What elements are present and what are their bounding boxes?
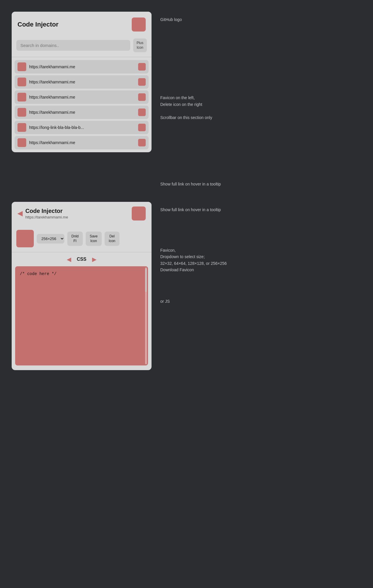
annotation-hover2: Show full link on hover in a tooltip <box>160 205 227 213</box>
favicon-section: 256×256 32×32 64×64 128×128 DnldFI SaveI… <box>12 225 152 252</box>
delete-icon[interactable] <box>138 139 146 146</box>
annotation-favicon-delete: Favicon on the left,Delete icon on the r… <box>160 93 221 121</box>
list-item[interactable]: https://long-link-bla-bla-bla-b... <box>15 121 149 134</box>
favicon-icon <box>17 138 26 147</box>
code-content[interactable]: /* code here */ <box>20 272 57 276</box>
favicon-icon <box>17 62 26 71</box>
panel2-header-left: ◀ Code Injector https://tarekhammami.me <box>17 208 68 219</box>
panel2-title-block: Code Injector https://tarekhammami.me <box>25 208 68 219</box>
panel2-header: ◀ Code Injector https://tarekhammami.me <box>12 202 152 225</box>
delete-icon[interactable] <box>138 78 146 86</box>
list-item[interactable]: https://tarekhammami.me <box>15 60 149 74</box>
code-scrollbar-thumb <box>145 269 147 292</box>
domain-url: https://tarekhammami.me <box>29 140 135 145</box>
save-icon-button[interactable]: SaveIcon <box>86 232 102 246</box>
annotation-github: GitHub logo <box>160 15 221 23</box>
favicon-icon <box>17 93 26 102</box>
domain-list[interactable]: https://tarekhammami.me https://tarekham… <box>12 57 152 152</box>
github-logo-icon <box>132 18 146 32</box>
download-favicon-button[interactable]: DnldFI <box>67 232 83 246</box>
panel2: ◀ Code Injector https://tarekhammami.me … <box>12 202 152 370</box>
annotation-favicon2: Favicon,Dropdown to select size;32×32, 6… <box>160 245 227 273</box>
delete-icon[interactable] <box>138 63 146 71</box>
code-type-nav: ◀ CSS ▶ <box>12 252 152 266</box>
panel1: Code Injector PlusIcon https://tarekhamm… <box>12 12 152 152</box>
list-item[interactable]: https://tarekhammami.me <box>15 90 149 104</box>
domain-url: https://tarekhammami.me <box>29 64 135 69</box>
search-input[interactable] <box>16 40 130 51</box>
page-wrapper: Code Injector PlusIcon https://tarekhamm… <box>12 12 373 370</box>
list-item[interactable]: https://tarekhammami.me <box>15 136 149 149</box>
panel1-row: Code Injector PlusIcon https://tarekhamm… <box>12 12 373 187</box>
favicon-preview <box>16 230 34 247</box>
panel1-annotations: GitHub logo Favicon on the left,Delete i… <box>160 12 221 187</box>
domain-url: https://tarekhammami.me <box>29 95 135 99</box>
list-item[interactable]: https://tarekhammami.me <box>15 106 149 119</box>
panel2-subtitle: https://tarekhammami.me <box>25 215 68 219</box>
favicon-icon <box>17 123 26 132</box>
domain-url: https://long-link-bla-bla-bla-b... <box>29 125 135 130</box>
code-type-prev-button[interactable]: ◀ <box>67 256 71 263</box>
panel2-annotations: Show full link on hover in a tooltip Fav… <box>160 202 227 304</box>
code-editor[interactable]: /* code here */ <box>15 266 148 365</box>
code-type-label: CSS <box>77 257 87 262</box>
domain-url: https://tarekhammami.me <box>29 80 135 84</box>
panel2-favicon-icon <box>132 206 146 220</box>
code-type-next-button[interactable]: ▶ <box>92 256 96 263</box>
del-icon-button[interactable]: DelIcon <box>105 232 119 246</box>
panel2-title: Code Injector <box>25 208 68 214</box>
panel2-row: ◀ Code Injector https://tarekhammami.me … <box>12 202 373 370</box>
plus-button[interactable]: PlusIcon <box>133 38 147 52</box>
delete-icon[interactable] <box>138 124 146 131</box>
annotation-js: or JS <box>160 296 227 304</box>
favicon-icon <box>17 78 26 86</box>
back-arrow-button[interactable]: ◀ <box>17 210 22 217</box>
list-item[interactable]: https://tarekhammami.me <box>15 75 149 89</box>
size-dropdown[interactable]: 256×256 32×32 64×64 128×128 <box>37 234 64 244</box>
domain-url: https://tarekhammami.me <box>29 110 135 115</box>
search-row: PlusIcon <box>12 36 152 57</box>
code-scrollbar[interactable] <box>145 267 147 364</box>
panel1-header: Code Injector <box>12 12 152 36</box>
favicon-icon <box>17 108 26 117</box>
delete-icon[interactable] <box>138 93 146 101</box>
panel1-title: Code Injector <box>17 21 59 28</box>
annotation-tooltip: Show full link on hover in a tooltip <box>160 179 221 187</box>
delete-icon[interactable] <box>138 108 146 116</box>
